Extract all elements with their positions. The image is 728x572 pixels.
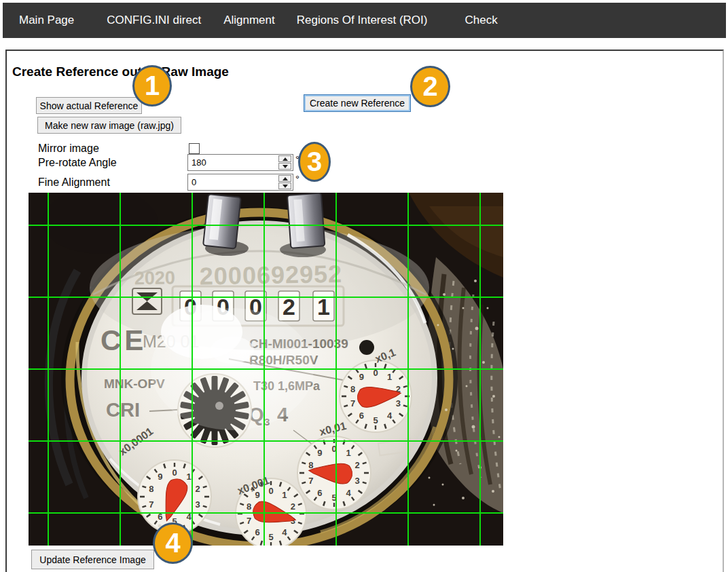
annotation-3: 3	[298, 142, 331, 182]
show-actual-reference-button[interactable]: Show actual Reference	[36, 97, 142, 114]
svg-text:5: 5	[268, 532, 273, 542]
svg-text:9: 9	[359, 372, 364, 382]
svg-text:7: 7	[247, 516, 251, 526]
nav-item-config-ini[interactable]: CONFIG.INI direct	[107, 14, 201, 27]
fine-alignment-value: 0	[192, 177, 196, 187]
svg-text:4: 4	[346, 488, 352, 498]
fine-alignment-input[interactable]: 0	[187, 174, 293, 191]
svg-text:3: 3	[355, 476, 360, 486]
svg-text:0: 0	[268, 486, 273, 496]
nav-item-roi[interactable]: Regions Of Interest (ROI)	[297, 14, 428, 27]
mirror-image-checkbox[interactable]	[189, 143, 200, 154]
ce-mark: CE	[101, 324, 147, 356]
svg-text:8: 8	[350, 384, 355, 394]
svg-text:9: 9	[158, 472, 162, 482]
svg-text:7: 7	[149, 499, 153, 510]
serial-year: 2020	[134, 267, 176, 288]
svg-text:2: 2	[291, 501, 295, 512]
prerotate-angle-value: 180	[192, 157, 206, 168]
svg-text:2: 2	[355, 460, 360, 470]
fine-alignment-degree-sign: °	[295, 173, 299, 185]
svg-text:5: 5	[373, 415, 378, 425]
fine-alignment-label: Fine Alignment	[38, 176, 110, 189]
svg-text:6: 6	[359, 411, 364, 421]
svg-text:0: 0	[172, 468, 177, 478]
svg-text:3: 3	[196, 499, 200, 510]
prerotate-spinner	[278, 155, 291, 170]
svg-text:7: 7	[350, 398, 355, 408]
update-reference-image-button[interactable]: Update Reference Image	[31, 550, 154, 569]
spinner-down-icon[interactable]	[278, 183, 291, 189]
mirror-image-label: Mirror image	[38, 142, 99, 155]
svg-text:9: 9	[255, 490, 259, 500]
maker-logo	[132, 288, 162, 314]
make-new-raw-image-button[interactable]: Make new raw image (raw.jpg)	[37, 117, 181, 134]
create-new-reference-button[interactable]: Create new Reference	[304, 94, 411, 112]
top-navigation: Main Page CONFIG.INI direct Alignment Re…	[3, 3, 726, 38]
svg-text:4: 4	[282, 527, 287, 537]
prerotate-angle-label: Pre-rotate Angle	[38, 157, 117, 169]
spinner-up-icon[interactable]	[278, 155, 291, 162]
annotation-2: 2	[410, 66, 450, 107]
svg-text:1: 1	[387, 372, 392, 382]
svg-text:7: 7	[308, 476, 313, 486]
page: Main Page CONFIG.INI direct Alignment Re…	[0, 0, 728, 572]
svg-text:2: 2	[196, 484, 200, 494]
page-title: Create Reference out of Raw Image	[12, 64, 229, 79]
annotation-1: 1	[132, 65, 172, 107]
spinner-up-icon[interactable]	[278, 175, 291, 182]
svg-text:1: 1	[346, 448, 351, 458]
annotation-4: 4	[153, 522, 193, 564]
brand2-text: CRI	[106, 399, 140, 421]
nav-item-main-page[interactable]: Main Page	[19, 14, 74, 27]
svg-text:8: 8	[247, 501, 251, 512]
counter-dot	[359, 340, 374, 355]
svg-text:1: 1	[187, 472, 192, 482]
nav-item-check[interactable]: Check	[465, 14, 497, 27]
reference-image-preview[interactable]: 2020 2000692952 00021 m³ CE M20 01 CH-MI…	[29, 193, 503, 546]
svg-text:6: 6	[317, 488, 322, 498]
svg-text:8: 8	[149, 484, 153, 494]
svg-text:4: 4	[387, 411, 393, 421]
svg-text:1: 1	[282, 490, 287, 500]
svg-text:9: 9	[317, 448, 322, 458]
nav-item-alignment[interactable]: Alignment	[223, 14, 275, 27]
fine-alignment-spinner	[278, 175, 291, 189]
spinner-down-icon[interactable]	[278, 163, 291, 170]
prerotate-angle-input[interactable]: 180	[187, 154, 293, 171]
svg-text:6: 6	[255, 527, 259, 537]
svg-text:3: 3	[396, 398, 401, 408]
